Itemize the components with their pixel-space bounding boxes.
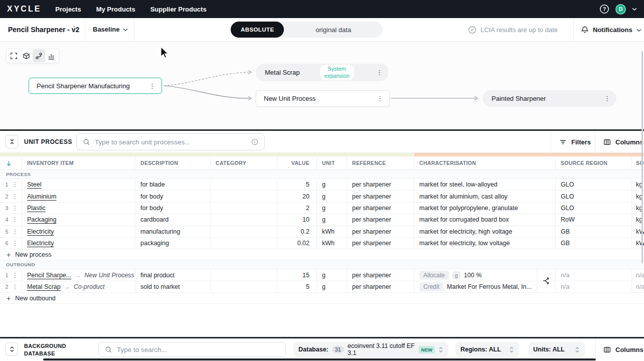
cell-value[interactable]: 5 [277, 281, 317, 292]
cell-description[interactable]: manufacturing [135, 226, 211, 237]
split-flow-icon[interactable] [542, 276, 551, 286]
row-kebab-icon[interactable]: ⋮ [12, 205, 18, 212]
product-cube-button[interactable] [20, 49, 33, 62]
chart-view-button[interactable] [45, 49, 58, 62]
cell-characterisation[interactable]: market for steel, low-alloyed [414, 179, 556, 190]
node-painted-sharpener[interactable]: Painted Sharpener ⋮ [482, 90, 616, 107]
cell-description[interactable]: cardboard [135, 214, 211, 225]
process-flow-canvas[interactable]: Pencil Sharpener Manufacturing ⋮ Metal S… [0, 42, 644, 129]
nav-item-projects[interactable]: Projects [55, 6, 81, 13]
filters-button[interactable]: Filters [559, 131, 591, 153]
table-row[interactable]: 1⋮ Steel for blade 5 g per sharpener mar… [0, 179, 644, 191]
cell-source-region[interactable]: GB [556, 238, 632, 249]
cell-value[interactable]: 15 [277, 269, 317, 280]
cell-value[interactable]: 2 [277, 203, 317, 214]
cell-source-region[interactable]: n/a [556, 281, 632, 292]
node-kebab-icon[interactable]: ⋮ [602, 95, 612, 102]
inventory-item-link[interactable]: Electricity [27, 228, 54, 235]
toggle-absolute[interactable]: ABSOLUTE [231, 22, 284, 38]
inventory-item-link[interactable]: Aluminium [27, 193, 56, 200]
database-select[interactable]: Database: 31 ecoinvent 3.11 cutoff EF 3.… [293, 342, 448, 357]
cell-unit[interactable]: kWh [317, 238, 347, 249]
row-kebab-icon[interactable]: ⋮ [12, 228, 18, 235]
nav-item-my-products[interactable]: My Products [96, 6, 135, 13]
node-kebab-icon[interactable]: ⋮ [147, 82, 157, 90]
cell-reference[interactable]: per sharpener [347, 226, 414, 237]
cell-source-region[interactable]: RoW [556, 214, 632, 225]
horizontal-scrollbar[interactable] [43, 358, 596, 360]
cell-value[interactable]: 5 [277, 179, 317, 190]
units-select[interactable]: Units: ALL [528, 342, 585, 357]
cell-category[interactable] [211, 191, 277, 202]
cell-description[interactable]: for blade [135, 179, 211, 190]
help-icon[interactable]: ? [599, 4, 609, 14]
inventory-item-link[interactable]: Plastic [27, 205, 46, 212]
table-row[interactable]: 5⋮ Electricity manufacturing 0.2 kWh per… [0, 226, 644, 238]
cell-unit[interactable]: g [317, 269, 347, 280]
columns-button[interactable]: Columns [603, 338, 643, 361]
avatar[interactable]: D [615, 4, 626, 15]
regions-select[interactable]: Regions: ALL [455, 342, 519, 357]
table-row[interactable]: 4⋮ Packaging cardboard 10 g per sharpene… [0, 214, 644, 226]
table-row[interactable]: 6⋮ Electricity packaging 0.02 kWh per sh… [0, 238, 644, 249]
inventory-item-link[interactable]: Electricity [27, 240, 54, 247]
cell-unit[interactable]: g [317, 191, 347, 202]
cell-category[interactable] [211, 238, 277, 249]
cell-reference[interactable]: per sharpener [347, 281, 414, 292]
inventory-item-link[interactable]: Steel [27, 181, 42, 188]
node-kebab-icon[interactable]: ⋮ [375, 95, 385, 102]
row-kebab-icon[interactable]: ⋮ [12, 240, 18, 247]
row-kebab-icon[interactable]: ⋮ [12, 216, 18, 223]
cell-category[interactable] [211, 269, 277, 280]
cell-value[interactable]: 0.02 [277, 238, 317, 249]
cell-source-region[interactable]: GLO [556, 203, 632, 214]
flow-view-button[interactable] [33, 49, 45, 62]
notifications-button[interactable]: Notifications [581, 18, 641, 42]
inventory-item-link[interactable]: Packaging [27, 216, 56, 223]
new-outbound-button[interactable]: + New outbound [0, 293, 644, 304]
cell-characterisation[interactable]: market for corrugated board box [414, 214, 556, 225]
cell-characterisation[interactable]: market for aluminium, cast alloy [414, 191, 556, 202]
cell-unit[interactable]: kWh [317, 226, 347, 237]
cell-description[interactable]: for body [135, 191, 211, 202]
cell-reference[interactable]: per sharpener [347, 269, 414, 280]
toggle-original-data[interactable]: original data [284, 26, 383, 34]
cell-value[interactable]: 20 [277, 191, 317, 202]
cell-characterisation[interactable]: market for polypropylene, granulate [414, 203, 556, 214]
cell-description[interactable]: final product [135, 269, 211, 280]
fit-view-button[interactable] [8, 49, 20, 62]
cell-category[interactable] [211, 226, 277, 237]
cell-reference[interactable]: per sharpener [347, 203, 414, 214]
cell-characterisation[interactable]: Credit Market For Ferrous Metal, In... [414, 281, 537, 292]
node-metal-scrap[interactable]: Metal Scrap System expansion ⋮ [256, 64, 389, 81]
cell-characterisation[interactable]: market for electricity, low voltage [414, 238, 556, 249]
node-new-unit-process[interactable]: New Unit Process ⋮ [256, 90, 390, 107]
cell-source-region[interactable]: GB [556, 226, 632, 237]
row-kebab-icon[interactable]: ⋮ [12, 272, 18, 279]
inventory-item-link[interactable]: Metal Scrap [27, 283, 61, 290]
table-row[interactable]: 3⋮ Plastic for body 2 g per sharpener ma… [0, 203, 644, 214]
node-kebab-icon[interactable]: ⋮ [374, 69, 385, 76]
cell-unit[interactable]: g [317, 179, 347, 190]
cell-unit[interactable]: g [317, 214, 347, 225]
cell-unit[interactable]: g [317, 203, 347, 214]
cell-reference[interactable]: per sharpener [347, 214, 414, 225]
cell-description[interactable]: sold to market [135, 281, 211, 292]
search-input[interactable] [95, 138, 247, 146]
cell-description[interactable]: packaging [135, 238, 211, 249]
table-row[interactable]: 2⋮ Aluminium for body 20 g per sharpener… [0, 191, 644, 202]
new-process-button[interactable]: + New process [0, 249, 644, 260]
row-kebab-icon[interactable]: ⋮ [12, 193, 18, 200]
collapse-panel-button[interactable] [6, 135, 18, 148]
cell-category[interactable] [211, 179, 277, 190]
nav-item-supplier-products[interactable]: Supplier Products [150, 6, 207, 13]
expand-panel-button[interactable] [6, 342, 18, 356]
cell-source-region[interactable]: GLO [556, 191, 632, 202]
search-input[interactable] [117, 346, 279, 353]
inventory-item-link[interactable]: Pencil Sharpe... [27, 272, 71, 279]
row-kebab-icon[interactable]: ⋮ [12, 181, 18, 188]
product-kebab-icon[interactable]: ⋮ [71, 25, 78, 33]
cell-value[interactable]: 10 [277, 214, 317, 225]
scenario-select[interactable]: Baseline [93, 26, 128, 33]
cell-source-region[interactable]: n/a [556, 269, 632, 280]
